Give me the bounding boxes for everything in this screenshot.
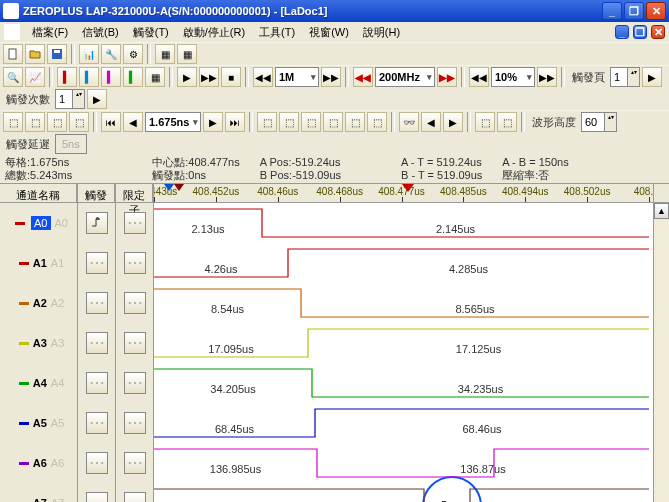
new-button[interactable]	[3, 44, 23, 64]
waveh-spin[interactable]: 60	[581, 112, 617, 132]
run-repeat-button[interactable]: ▶▶	[199, 67, 219, 87]
depth-prev[interactable]: ◀◀	[253, 67, 273, 87]
zoom-next[interactable]: ▶▶	[537, 67, 557, 87]
vscroll-up[interactable]: ▲	[654, 203, 669, 219]
menu-trigger[interactable]: 觸發(T)	[127, 24, 175, 41]
waveform-row-A4[interactable]: 34.205us34.235us	[154, 363, 653, 403]
search-button[interactable]: 👓	[399, 112, 419, 132]
channel-name-A7[interactable]: A7A7	[0, 483, 77, 502]
channel-name-A5[interactable]: A5A5	[0, 403, 77, 443]
toolbar2-btn-3[interactable]: ▍	[57, 67, 77, 87]
trigger-cell-A7[interactable]	[86, 492, 108, 502]
menu-signal[interactable]: 信號(B)	[76, 24, 125, 41]
trigcount-spin[interactable]: 1	[55, 89, 85, 109]
timebase-combo[interactable]: 1.675ns	[145, 112, 201, 132]
tb3-16[interactable]: ▶	[443, 112, 463, 132]
trigger-cell-A0[interactable]	[86, 212, 108, 234]
qualifier-cell-A2[interactable]	[124, 292, 146, 314]
close-button[interactable]: ✕	[646, 2, 666, 20]
tb3-8[interactable]: ⏭	[225, 112, 245, 132]
channel-name-A3[interactable]: A3A3	[0, 323, 77, 363]
tb3-15[interactable]: ◀	[421, 112, 441, 132]
marker-b-icon[interactable]	[174, 184, 184, 191]
qualifier-cell-A7[interactable]	[124, 492, 146, 502]
toolbar2-btn-5[interactable]: ▍	[101, 67, 121, 87]
waveform-area[interactable]: 408.443us408.452us408.46us408.468us408.4…	[154, 184, 653, 502]
qualifier-cell-A6[interactable]	[124, 452, 146, 474]
fivens-button[interactable]: 5ns	[55, 134, 87, 154]
app-menu-icon[interactable]	[4, 24, 20, 40]
tb3-2[interactable]: ⬚	[25, 112, 45, 132]
toolbar2-btn-7[interactable]: ▦	[145, 67, 165, 87]
qualifier-cell-A3[interactable]	[124, 332, 146, 354]
channel-name-A1[interactable]: A1A1	[0, 243, 77, 283]
menu-window[interactable]: 視窗(W)	[303, 24, 355, 41]
tb3-3[interactable]: ⬚	[47, 112, 67, 132]
trigger-cell-A2[interactable]	[86, 292, 108, 314]
trigger-cell-A4[interactable]	[86, 372, 108, 394]
rate-prev[interactable]: ◀◀	[353, 67, 373, 87]
trigger-cell-A1[interactable]	[86, 252, 108, 274]
waveform-row-A5[interactable]: 68.45us68.46us	[154, 403, 653, 443]
maximize-button[interactable]: ❐	[624, 2, 644, 20]
rate-combo[interactable]: 200MHz	[375, 67, 435, 87]
tb3-10[interactable]: ⬚	[279, 112, 299, 132]
trigger-cell-A5[interactable]	[86, 412, 108, 434]
qualifier-cell-A0[interactable]	[124, 212, 146, 234]
tb3-11[interactable]: ⬚	[301, 112, 321, 132]
trigger-marker-icon[interactable]	[402, 184, 414, 192]
tb3-17[interactable]: ⬚	[475, 112, 495, 132]
toolbar2-btn-4[interactable]: ▍	[79, 67, 99, 87]
tb3-6[interactable]: ◀	[123, 112, 143, 132]
toolbar-btn-6[interactable]: ⚙	[123, 44, 143, 64]
zoom-combo[interactable]: 10%	[491, 67, 535, 87]
toolbar2-btn-1[interactable]: 🔍	[3, 67, 23, 87]
toolbar2-btn-6[interactable]: ▍	[123, 67, 143, 87]
trigger-cell-A3[interactable]	[86, 332, 108, 354]
waveform-row-A2[interactable]: 8.54us8.565us	[154, 283, 653, 323]
tb3-4[interactable]: ⬚	[69, 112, 89, 132]
zoom-prev[interactable]: ◀◀	[469, 67, 489, 87]
waveform-row-A0[interactable]: 2.13us2.145us	[154, 203, 653, 243]
save-button[interactable]	[47, 44, 67, 64]
child-close-button[interactable]: ✕	[651, 25, 665, 39]
menu-tools[interactable]: 工具(T)	[253, 24, 301, 41]
tb3-13[interactable]: ⬚	[345, 112, 365, 132]
channel-name-A0[interactable]: A0A0	[0, 203, 77, 243]
menu-help[interactable]: 說明(H)	[357, 24, 406, 41]
tb3-12[interactable]: ⬚	[323, 112, 343, 132]
channel-name-A2[interactable]: A2A2	[0, 283, 77, 323]
marker-a-icon[interactable]	[164, 184, 174, 191]
menu-file[interactable]: 檔案(F)	[26, 24, 74, 41]
qualifier-cell-A1[interactable]	[124, 252, 146, 274]
toolbar-btn-4[interactable]: 📊	[79, 44, 99, 64]
waveform-row-A7[interactable]: 136.95us136.875us	[154, 483, 653, 502]
tb3-5[interactable]: ⏮	[101, 112, 121, 132]
run-button[interactable]: ▶	[177, 67, 197, 87]
toolbar-btn-5[interactable]: 🔧	[101, 44, 121, 64]
depth-next[interactable]: ▶▶	[321, 67, 341, 87]
toolbar-btn-7[interactable]: ▦	[155, 44, 175, 64]
tb3-1[interactable]: ⬚	[3, 112, 23, 132]
child-restore-button[interactable]: ❐	[633, 25, 647, 39]
channel-name-A6[interactable]: A6A6	[0, 443, 77, 483]
trigger-cell-A6[interactable]	[86, 452, 108, 474]
child-minimize-button[interactable]: _	[615, 25, 629, 39]
qualifier-cell-A5[interactable]	[124, 412, 146, 434]
tb3-9[interactable]: ⬚	[257, 112, 277, 132]
time-ruler[interactable]: 408.443us408.452us408.46us408.468us408.4…	[154, 184, 653, 203]
toolbar2-btn-2[interactable]: 📈	[25, 67, 45, 87]
waveform-row-A3[interactable]: 17.095us17.125us	[154, 323, 653, 363]
tb3-14[interactable]: ⬚	[367, 112, 387, 132]
vertical-scrollbar[interactable]: ▲ ▼	[653, 184, 669, 502]
menu-run[interactable]: 啟動/停止(R)	[177, 24, 251, 41]
stop-button[interactable]: ■	[221, 67, 241, 87]
toolbar-btn-8[interactable]: ▦	[177, 44, 197, 64]
trigpage-spin[interactable]: 1	[610, 67, 640, 87]
trigpage-go[interactable]: ▶	[642, 67, 662, 87]
waveform-row-A1[interactable]: 4.26us4.285us	[154, 243, 653, 283]
waveform-rows[interactable]: 5ns 2.13us2.145us4.26us4.285us8.54us8.56…	[154, 203, 653, 502]
depth-combo[interactable]: 1M	[275, 67, 319, 87]
open-button[interactable]	[25, 44, 45, 64]
vscroll-track[interactable]	[654, 219, 669, 502]
